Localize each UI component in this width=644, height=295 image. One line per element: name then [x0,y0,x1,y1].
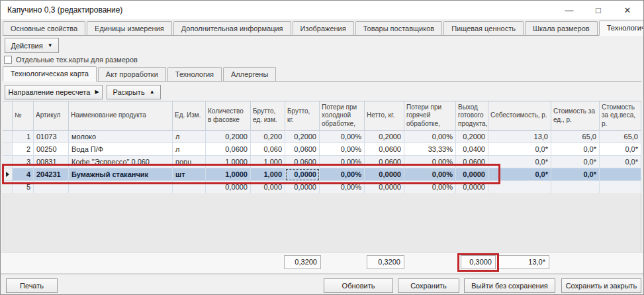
table-cell[interactable]: 0,0* [600,156,641,168]
maximize-button[interactable]: □ [584,1,613,19]
row-selector[interactable] [3,143,13,156]
table-cell[interactable]: 0,0* [551,143,600,156]
table-cell[interactable] [600,181,641,194]
save-and-close-button[interactable]: Сохранить и закрыть [561,278,641,293]
main-tab[interactable]: Товары поставщиков [355,21,442,35]
table-cell[interactable]: 01073 [34,131,69,143]
sub-tab[interactable]: Аллергены [223,67,276,81]
main-tab[interactable]: Технологические карты * [599,21,644,36]
table-cell[interactable]: 0,2000 [456,131,488,143]
table-cell[interactable]: 0,00% [404,131,456,143]
table-cell[interactable]: 1 [13,131,34,143]
sub-tab[interactable]: Акт проработки [98,67,166,81]
table-cell[interactable]: 0,0600 [206,143,251,156]
print-button[interactable]: Печать [6,278,58,293]
save-button-label: Сохранить [410,282,447,290]
close-button[interactable]: ✕ [613,1,642,19]
separate-techcards-label: Отдельные тех.карты для размеров [16,56,138,64]
title-bar: Капучино 0,3 (редактирование) — □ ✕ [1,1,643,19]
table-cell[interactable]: 13,0 [488,131,551,143]
table-cell[interactable]: 0,0400 [456,143,488,156]
column-header[interactable]: Стоимость за ед.веса, р. [600,101,641,131]
main-tab[interactable]: Единицы измерения [87,21,172,35]
save-button[interactable]: Сохранить [398,278,459,293]
table-cell[interactable]: 0,0* [551,156,600,168]
column-header[interactable]: Ед. Изм. [173,101,206,131]
sub-tab[interactable]: Технологическая карта [3,66,97,82]
arrow-right-icon: ▶ [95,89,99,95]
column-header[interactable]: Брутто, кг. [285,101,320,131]
table-cell[interactable]: 0,00% [320,131,365,143]
table-cell[interactable]: 0,0* [488,143,551,156]
table-header-row: №АртикулНаименование продуктаЕд. Изм.Кол… [3,101,641,131]
recalc-direction-button[interactable]: Направление пересчета ▶ [5,85,103,99]
table-cell[interactable]: 33,33% [404,143,456,156]
table-cell[interactable]: 0,0600 [285,143,320,156]
table-row[interactable]: 200250Вода П/Фл0,06000,0600,06000,00%0,0… [3,143,641,156]
main-tab[interactable]: Дополнительная информация [173,21,291,35]
table-cell[interactable]: 0,0* [551,168,600,181]
table-cell[interactable]: л [173,131,206,143]
window-controls: — □ ✕ [555,1,642,19]
column-header[interactable]: Нетто, кг. [365,101,404,131]
sub-tab-strip: Технологическая картаАкт проработкиТехно… [3,66,641,82]
table-cell[interactable] [600,168,641,181]
expand-button[interactable]: Раскрыть ▲ [107,85,161,99]
table-cell[interactable]: 0,2000 [365,131,404,143]
column-header[interactable]: Артикул [34,101,69,131]
table-corner-cell [3,101,13,131]
column-header[interactable]: Выход готового продукта,... [456,101,488,131]
main-tab[interactable]: Основные свойства [3,21,85,35]
row-selector[interactable] [3,131,13,143]
app-window: { "window": { "title": "Капучино 0,3 (ре… [0,0,644,295]
table-cell[interactable]: Вода П/Ф [69,143,173,156]
table-cell[interactable]: 65,0 [600,131,641,143]
column-header[interactable]: № [13,101,34,131]
actions-button-label: Действия [11,42,42,50]
column-header[interactable]: Потери при горячей обработке, [404,101,456,131]
save-and-close-label: Сохранить и закрыть [566,282,637,290]
table-cell[interactable]: 0,0600 [365,143,404,156]
refresh-button-label: Обновить [342,282,375,290]
table-cell[interactable]: 0,00% [320,143,365,156]
actions-button[interactable]: Действия ▼ [5,38,59,53]
column-header[interactable]: Количество в фасовке [206,101,251,131]
table-cell[interactable]: 0,200 [251,131,285,143]
total-netto-kg: 0,3200 [367,255,404,269]
table-cell[interactable]: 00250 [34,143,69,156]
column-header[interactable]: Стоимость за ед., р. [551,101,600,131]
table-cell[interactable]: 65,0 [551,131,600,143]
row-highlight-annotation [2,164,500,184]
chevron-down-icon: ▼ [48,43,53,48]
column-header[interactable]: Наименование продукта [69,101,173,131]
table-cell[interactable] [551,181,600,194]
arrow-up-icon: ▲ [150,89,155,95]
column-header[interactable]: Себестоимость, р. [488,101,551,131]
table-cell[interactable]: молоко [69,131,173,143]
table-cell[interactable]: 0,0* [600,143,641,156]
minimize-button[interactable]: — [555,1,584,19]
separate-techcards-checkbox[interactable] [4,56,12,64]
column-header[interactable]: Потери при холодной обработке, [320,101,365,131]
total-brutto-kg: 0,3200 [284,255,321,269]
exit-without-saving-label: Выйти без сохранения [471,282,548,290]
table-cell[interactable]: 0,2000 [206,131,251,143]
exit-without-saving-button[interactable]: Выйти без сохранения [464,278,555,293]
table-cell[interactable]: 2 [13,143,34,156]
table-cell[interactable]: 0,2000 [285,131,320,143]
total-cost: 13,0* [498,255,549,269]
table-row[interactable]: 101073молокол0,20000,2000,20000,00%0,200… [3,131,641,143]
column-header[interactable]: Брутто, ед. изм. [251,101,285,131]
main-tab[interactable]: Пищевая ценность [443,21,524,35]
recalc-direction-label: Направление пересчета [8,88,90,96]
print-button-label: Печать [20,282,44,290]
total-output: 0,3000 [461,255,496,269]
table-empty-area [3,193,641,252]
table-cell[interactable]: 0,060 [251,143,285,156]
table-cell[interactable]: л [173,143,206,156]
main-tab[interactable]: Шкала размеров [525,21,598,35]
refresh-button[interactable]: Обновить [324,278,393,293]
window-title: Капучино 0,3 (редактирование) [7,1,122,19]
sub-tab[interactable]: Технология [167,67,222,81]
main-tab[interactable]: Изображения [293,21,354,35]
